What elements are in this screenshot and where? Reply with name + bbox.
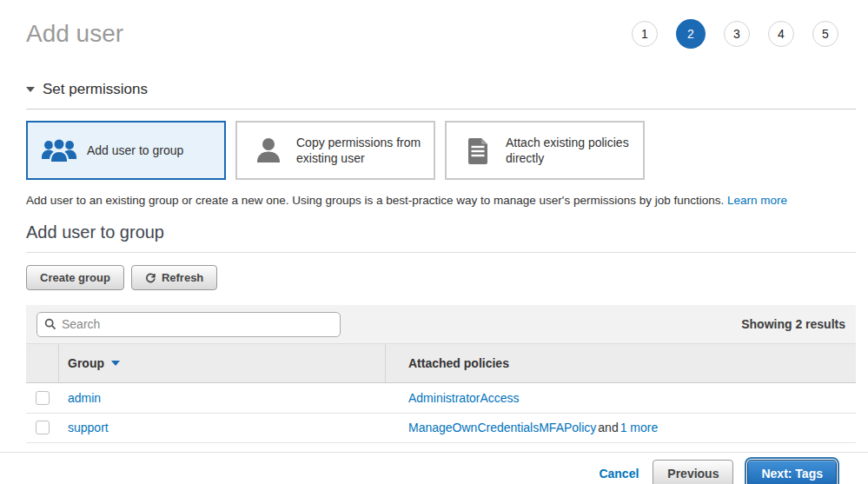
search-input[interactable]: [62, 317, 333, 331]
table-header-row: Group Attached policies: [26, 344, 856, 383]
group-column-label: Group: [68, 356, 104, 370]
groups-table: Showing 2 results Group Attached policie…: [26, 305, 856, 443]
row-group-cell: admin: [59, 383, 386, 413]
results-summary: Showing 2 results: [741, 317, 845, 331]
policy-and-text: and: [598, 421, 618, 434]
option-add-user-to-group[interactable]: Add user to group: [26, 121, 226, 180]
policy-link[interactable]: AdministratorAccess: [408, 391, 520, 405]
row-policies-cell: AdministratorAccess: [386, 383, 856, 413]
group-link[interactable]: admin: [68, 391, 101, 405]
add-user-to-group-title: Add user to group: [26, 222, 856, 242]
more-policies-link[interactable]: 1 more: [620, 421, 659, 434]
header-checkbox-column: [26, 344, 59, 382]
previous-button[interactable]: Previous: [653, 460, 733, 484]
footer-actions: Cancel Previous Next: Tags: [0, 453, 868, 484]
step-3[interactable]: 3: [724, 21, 750, 47]
row-group-cell: support: [59, 414, 386, 443]
row-policies-cell: ManageOwnCredentialsMFAPolicy and 1 more: [386, 414, 856, 443]
search-icon: [44, 318, 56, 330]
option-label: Add user to group: [87, 143, 183, 158]
attached-policies-column-label: Attached policies: [408, 356, 509, 370]
row-checkbox-cell: [26, 414, 59, 443]
table-row: admin AdministratorAccess: [26, 383, 856, 414]
set-permissions-section-header[interactable]: Set permissions: [26, 81, 856, 98]
step-5[interactable]: 5: [812, 21, 838, 47]
refresh-button[interactable]: Refresh: [131, 265, 217, 290]
wizard-page: Add user 1 2 3 4 5 Set permissions: [0, 17, 868, 443]
next-tags-button[interactable]: Next: Tags: [747, 460, 837, 484]
section-divider: [26, 109, 856, 109]
row-checkbox[interactable]: [36, 421, 50, 434]
option-label: Attach existing policies directly: [506, 135, 634, 166]
permission-option-cards: Add user to group Copy permissions from …: [26, 121, 856, 180]
row-checkbox[interactable]: [36, 391, 50, 405]
user-icon: [249, 136, 288, 164]
create-group-button[interactable]: Create group: [26, 265, 124, 290]
group-section-divider: [26, 252, 856, 253]
group-link[interactable]: support: [68, 421, 109, 434]
header-group-column[interactable]: Group: [59, 344, 386, 382]
refresh-label: Refresh: [162, 271, 203, 284]
sort-descending-icon: [111, 361, 120, 366]
group-actions: Create group Refresh: [26, 265, 856, 290]
refresh-icon: [145, 272, 156, 283]
policy-link[interactable]: ManageOwnCredentialsMFAPolicy: [408, 421, 596, 434]
page-header: Add user 1 2 3 4 5: [26, 17, 856, 50]
header-attached-policies-column: Attached policies: [386, 344, 856, 382]
search-box[interactable]: [36, 312, 341, 337]
option-copy-permissions[interactable]: Copy permissions from existing user: [235, 121, 435, 180]
option-label: Copy permissions from existing user: [296, 135, 425, 166]
wizard-footer: Cancel Previous Next: Tags: [0, 452, 868, 484]
step-1[interactable]: 1: [632, 21, 658, 47]
page-title: Add user: [26, 20, 123, 48]
wizard-steps: 1 2 3 4 5: [632, 19, 856, 49]
group-description: Add user to an existing group or create …: [26, 194, 856, 207]
row-checkbox-cell: [26, 383, 59, 413]
option-attach-policies[interactable]: Attach existing policies directly: [445, 121, 645, 180]
step-4[interactable]: 4: [768, 21, 794, 47]
table-row: support ManageOwnCredentialsMFAPolicy an…: [26, 414, 856, 444]
description-text: Add user to an existing group or create …: [26, 194, 724, 207]
users-group-icon: [40, 136, 78, 164]
cancel-button[interactable]: Cancel: [599, 467, 639, 481]
document-icon: [459, 136, 497, 164]
table-toolbar: Showing 2 results: [26, 305, 856, 344]
collapse-caret-icon: [26, 87, 35, 92]
section-title: Set permissions: [43, 81, 148, 98]
step-2-active[interactable]: 2: [676, 19, 706, 49]
learn-more-link[interactable]: Learn more: [727, 194, 787, 207]
